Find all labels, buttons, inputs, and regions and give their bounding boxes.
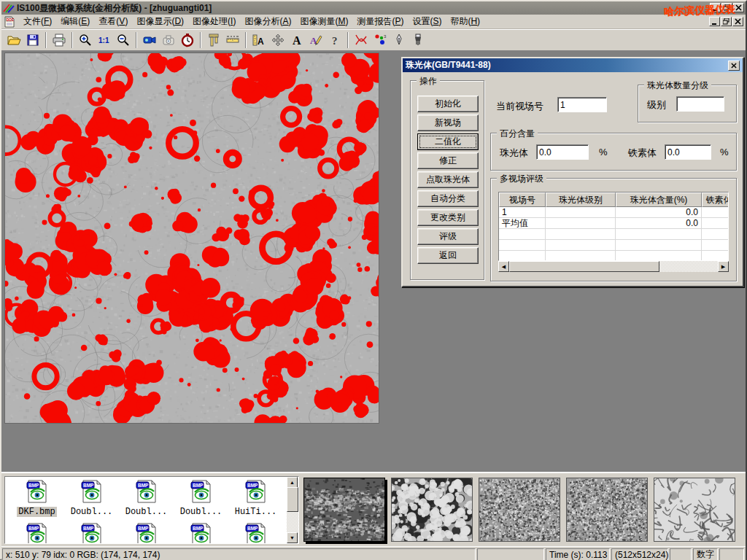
- rating-table[interactable]: 视场号珠光体级别珠光体含量(%)铁素体含量(%) 10.0平均值0.0: [498, 192, 729, 261]
- menu-items: 文件(F)编辑(E)查看(V)图像显示(D)图像处理(I)图像分析(A)图像测量…: [19, 15, 484, 28]
- move-cross-button[interactable]: [268, 31, 287, 49]
- pearlite-label: 珠光体: [500, 147, 528, 160]
- op-button-7[interactable]: 更改类别: [417, 209, 479, 226]
- menu-item-i[interactable]: 图像处理(I): [188, 15, 240, 28]
- dialog-titlebar[interactable]: 珠光体(GB/T9441-88): [403, 58, 743, 72]
- menu-item-d[interactable]: 图像显示(D): [132, 15, 188, 28]
- video-camera-button[interactable]: [140, 31, 159, 49]
- caliper-icon: [206, 33, 221, 47]
- curve-tool-button[interactable]: [352, 31, 371, 49]
- table-row[interactable]: 平均值0.0: [499, 218, 728, 229]
- open-file-icon: [7, 33, 21, 47]
- op-button-2[interactable]: 新视场: [417, 114, 479, 131]
- op-button-3[interactable]: 二值化: [417, 133, 479, 150]
- column-header-2[interactable]: 珠光体级别: [546, 192, 616, 207]
- current-field-input[interactable]: [557, 97, 607, 112]
- file-item-3[interactable]: BMPDoubl...: [119, 479, 174, 517]
- menu-item-f[interactable]: 文件(F): [19, 15, 56, 28]
- file-item-row2-1[interactable]: BMP: [9, 522, 64, 544]
- table-cell: [616, 229, 702, 239]
- thumbnail-1[interactable]: [303, 478, 385, 542]
- op-button-8[interactable]: 评级: [417, 228, 479, 245]
- open-file-button[interactable]: [4, 31, 23, 49]
- op-button-6[interactable]: 自动分类: [417, 190, 479, 207]
- table-cell: [702, 207, 729, 217]
- menu-item-e[interactable]: 编辑(E): [56, 15, 94, 28]
- pen-tool-button[interactable]: [390, 31, 409, 49]
- timer-clock-icon: [180, 33, 195, 47]
- table-cell: 平均值: [499, 218, 546, 228]
- table-row[interactable]: [499, 229, 728, 240]
- help-button[interactable]: ?: [325, 31, 344, 49]
- file-item-4[interactable]: BMPDoubl...: [174, 479, 228, 517]
- zoom-out-button[interactable]: [114, 31, 133, 49]
- capture-camera-button[interactable]: [159, 31, 178, 49]
- svg-text:1:1: 1:1: [98, 36, 109, 44]
- op-button-5[interactable]: 点取珠光体: [417, 171, 479, 188]
- table-hscrollbar[interactable]: ◀ ▶: [498, 261, 729, 272]
- actual-size-button[interactable]: 1:1: [95, 31, 114, 49]
- timer-clock-button[interactable]: [178, 31, 197, 49]
- pearlite-input[interactable]: [536, 144, 589, 160]
- table-cell: [499, 229, 546, 239]
- op-button-1[interactable]: 初始化: [417, 96, 479, 112]
- mdi-minimize-button[interactable]: [709, 17, 720, 26]
- table-row[interactable]: 10.0: [499, 207, 728, 218]
- current-field-label: 当前视场号: [496, 100, 543, 113]
- file-item-row2-5[interactable]: BMP: [228, 522, 283, 544]
- zoom-in-button[interactable]: [76, 31, 95, 49]
- scroll-thumb[interactable]: [509, 261, 659, 272]
- scroll-track[interactable]: [509, 261, 718, 272]
- op-button-9[interactable]: 返回: [417, 247, 479, 264]
- menu-item-h[interactable]: 帮助(H): [446, 15, 484, 28]
- thumbnail-4[interactable]: [566, 478, 648, 542]
- print-button[interactable]: [50, 31, 69, 49]
- file-item-row2-4[interactable]: BMP: [174, 522, 228, 544]
- ruler-button[interactable]: [223, 31, 242, 49]
- level-input[interactable]: [676, 96, 724, 112]
- op-button-4[interactable]: 修正: [417, 152, 479, 169]
- svg-text:BMP: BMP: [193, 526, 204, 531]
- ferrite-input[interactable]: [665, 144, 711, 160]
- text-edit-button[interactable]: A: [306, 31, 325, 49]
- save-file-button[interactable]: [23, 31, 42, 49]
- measure-text-button[interactable]: A: [249, 31, 268, 49]
- column-header-1[interactable]: 视场号: [499, 192, 546, 207]
- scroll-left-button[interactable]: ◀: [498, 261, 509, 272]
- dialog-close-button[interactable]: [728, 61, 740, 71]
- svg-text:A: A: [258, 36, 264, 47]
- text-label-button[interactable]: A: [287, 31, 306, 49]
- mdi-close-button[interactable]: [732, 17, 743, 26]
- table-cell: [546, 251, 616, 261]
- scroll-down-button[interactable]: ▼: [287, 532, 298, 543]
- menu-item-m[interactable]: 图像测量(M): [295, 15, 352, 28]
- classify-points-button[interactable]: 3: [371, 31, 390, 49]
- brush-tool-button[interactable]: [409, 31, 427, 49]
- table-row[interactable]: [499, 251, 728, 261]
- file-list[interactable]: BMPDKF.bmpBMPDoubl...BMPDoubl...BMPDoubl…: [4, 476, 299, 544]
- scroll-up-button[interactable]: ▲: [287, 477, 298, 488]
- menu-item-s[interactable]: 设置(S): [408, 15, 446, 28]
- file-item-1[interactable]: BMPDKF.bmp: [9, 479, 64, 517]
- table-row[interactable]: [499, 240, 728, 251]
- thumbnail-2[interactable]: [391, 478, 473, 542]
- column-header-4[interactable]: 铁素体含量(%): [702, 192, 729, 207]
- mdi-restore-button[interactable]: [721, 17, 732, 26]
- caliper-button[interactable]: [204, 31, 223, 49]
- file-item-row2-3[interactable]: BMP: [119, 522, 174, 544]
- file-scroll-thumb[interactable]: [287, 487, 298, 512]
- menu-item-a[interactable]: 图像分析(A): [240, 15, 295, 28]
- thumbnail-5[interactable]: [654, 478, 735, 542]
- thumbnail-3[interactable]: [479, 478, 560, 542]
- svg-text:?: ?: [332, 35, 338, 47]
- menu-item-p[interactable]: 测量报告(P): [352, 15, 408, 28]
- file-item-2[interactable]: BMPDoubl...: [64, 479, 119, 517]
- rating-table-body: 10.0平均值0.0: [499, 207, 728, 261]
- micrograph-image[interactable]: [4, 52, 379, 424]
- file-item-row2-2[interactable]: BMP: [64, 522, 119, 544]
- table-cell: [546, 240, 616, 250]
- scroll-right-button[interactable]: ▶: [718, 261, 729, 272]
- file-item-5[interactable]: BMPHuiTi...: [228, 479, 283, 517]
- column-header-3[interactable]: 珠光体含量(%): [616, 192, 702, 207]
- menu-item-v[interactable]: 查看(V): [94, 15, 132, 28]
